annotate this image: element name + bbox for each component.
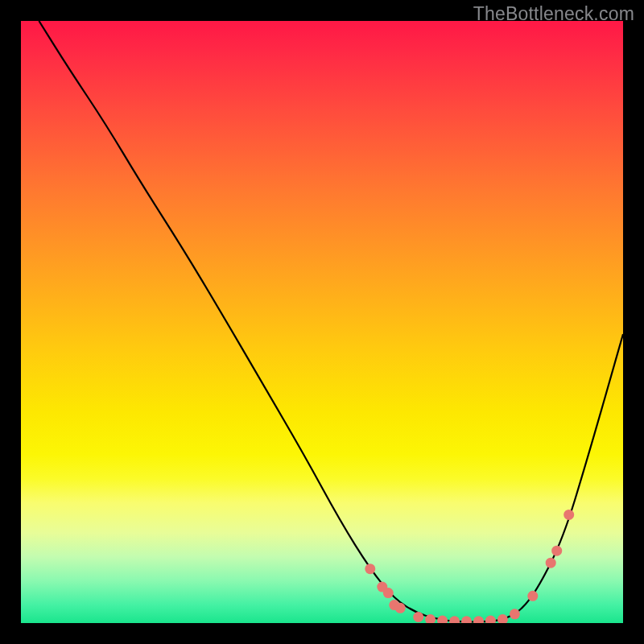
watermark-text: TheBottleneck.com <box>473 3 634 25</box>
curve-marker <box>413 612 423 622</box>
curve-marker <box>395 603 406 613</box>
curve-marker <box>564 510 574 520</box>
curve-marker <box>473 616 484 623</box>
curve-marker <box>546 558 556 568</box>
curve-markers <box>365 510 574 623</box>
curve-marker <box>485 616 496 624</box>
curve-svg <box>21 21 623 623</box>
curve-marker <box>497 614 508 623</box>
chart-container: TheBottleneck.com <box>0 0 644 644</box>
curve-marker <box>449 616 460 623</box>
plot-area <box>21 21 623 623</box>
curve-marker <box>510 609 520 619</box>
curve-marker <box>461 616 472 623</box>
bottleneck-curve <box>39 21 623 622</box>
curve-marker <box>365 564 375 574</box>
curve-marker <box>437 616 448 624</box>
curve-marker <box>527 591 538 601</box>
curve-marker <box>383 588 394 598</box>
curve-marker <box>551 546 562 556</box>
